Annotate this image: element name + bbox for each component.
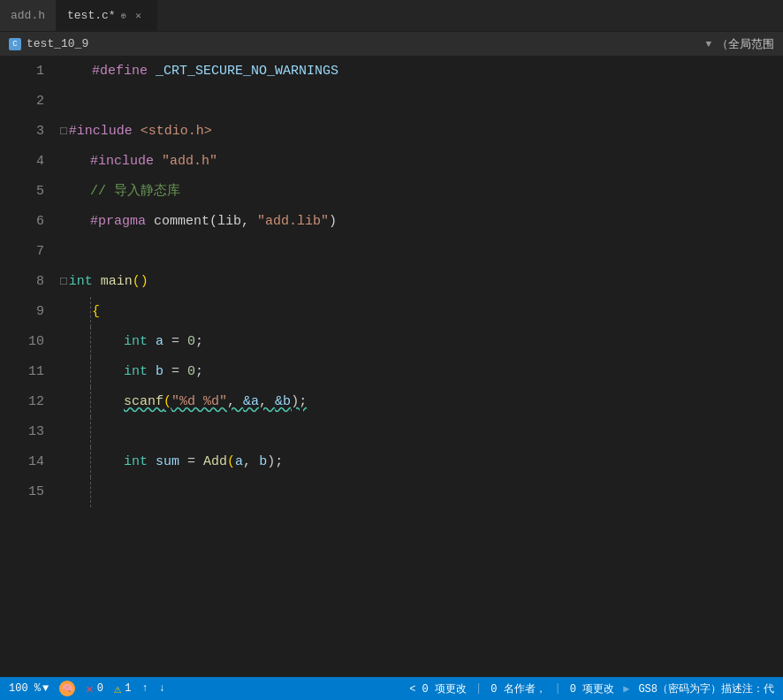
dashed-guide-11 [90,357,91,387]
tab-pin-icon[interactable]: ⊕ [121,11,126,21]
fold-icon-8[interactable]: □ [60,267,67,297]
token-include-kw-4: #include [58,147,162,177]
function-name[interactable]: test_10_9 [27,37,700,50]
line-num-15: 15 [18,477,44,507]
code-line-9: { [53,297,783,327]
dropdown-arrow-icon: ▼ [705,39,711,49]
status-bar: 100 % ▼ 🧠 ✕ 0 ⚠ 1 ↑ ↓ < 0 项更改 | 0 名作者， |… [0,677,783,700]
token-var-sum: sum [156,447,179,477]
line-num-3: 3 [18,117,44,147]
token-var-b: b [156,357,163,387]
token-scanf-paren: ( [163,387,171,417]
token-scanf-close: ); [291,387,307,417]
zoom-level: 100 % [9,682,41,695]
token-comment: // 导入静态库 [58,177,180,207]
line-num-5: 5 [18,177,44,207]
tab-label-testc: test.c* [67,9,116,22]
tab-testc[interactable]: test.c* ⊕ ✕ [57,0,157,31]
error-number: 0 [97,682,103,695]
token-include-kw-3: #include [69,117,141,147]
code-line-8: □int main() [53,267,783,297]
line-num-9: 9 [18,297,44,327]
token-op-b: = [163,357,187,387]
line-num-1: 1 [18,57,44,87]
pending-authors: 0 名作者， [490,681,545,696]
token-main-func: main [101,267,133,297]
arrow-up-btn[interactable]: ↑ [142,682,148,695]
token-scanf-a: &a [243,387,259,417]
token-scanf-fmt: "%d %d" [171,387,227,417]
file-type-icon: C [9,38,21,50]
token-scanf: scanf [124,387,163,417]
token-scanf-comma: , [227,387,243,417]
token-define: #define [60,57,156,87]
code-line-4: #include "add.h" [53,147,783,177]
zoom-control[interactable]: 100 % ▼ [9,682,49,695]
warning-count[interactable]: ⚠ 1 [114,681,132,696]
code-line-15 [53,477,783,507]
error-count[interactable]: ✕ 0 [86,681,103,696]
token-semi-b: ; [195,357,203,387]
divider-1: | [475,682,482,695]
line-numbers: 1 2 3 4 5 6 7 8 9 10 11 12 13 14 15 [0,57,53,677]
item-changes: 0 项更改 [570,681,614,696]
tab-label-addh: add.h [11,9,45,22]
token-parens: () [133,267,148,297]
dashed-guide-10 [90,327,91,357]
editor-area: 1 2 3 4 5 6 7 8 9 10 11 12 13 14 15 #def… [0,57,783,677]
encoding-info: GS8（密码为字）描述注：代 [638,681,774,696]
line-num-10: 10 [18,327,44,357]
token-num-a: 0 [187,327,195,357]
token-int-b: int [124,357,156,387]
line-num-11: 11 [18,357,44,387]
token-scanf-b: &b [275,387,291,417]
token-add-a: a [235,447,243,477]
status-right: < 0 项更改 | 0 名作者， | 0 项更改 ▶ GS8（密码为字）描述注：… [409,681,774,696]
dashed-guide-9 [90,297,91,327]
arrow-down-icon: ↓ [159,682,165,695]
code-content[interactable]: #define _CRT_SECURE_NO_WARNINGS □#includ… [53,57,783,677]
tab-close-icon[interactable]: ✕ [132,9,146,23]
token-add-b: b [259,447,267,477]
divider-3: ▶ [623,682,629,696]
warning-icon: ⚠ [114,681,121,696]
code-line-1: #define _CRT_SECURE_NO_WARNINGS [53,57,783,87]
token-pragma-text: comment(lib, [154,207,257,237]
line-num-7: 7 [18,237,44,267]
token-scanf-comma2: , [259,387,275,417]
token-macro: _CRT_SECURE_NO_WARNINGS [156,57,338,87]
tab-addh[interactable]: add.h [0,0,57,31]
token-var-a: a [156,327,163,357]
dashed-guide-13 [90,417,91,447]
token-semi-a: ; [195,327,203,357]
code-line-10: int a = 0; [53,327,783,357]
token-open-brace: { [60,297,100,327]
token-int-sum: int [124,447,156,477]
code-line-7 [53,237,783,267]
fold-icon-3[interactable]: □ [60,117,67,147]
token-op-a: = [163,327,187,357]
token-op-sum: = [179,447,203,477]
code-line-2 [53,87,783,117]
code-line-13 [53,417,783,447]
token-add-comma: , [243,447,259,477]
line-num-14: 14 [18,447,44,477]
zoom-dropdown-arrow: ▼ [42,682,49,695]
token-num-b: 0 [187,357,195,387]
token-pragma-close: ) [329,207,337,237]
code-line-14: int sum = Add(a, b); [53,447,783,477]
arrow-down-btn[interactable]: ↓ [159,682,165,695]
error-icon: ✕ [86,681,93,696]
line-num-6: 6 [18,207,44,237]
vc-changes: < 0 项更改 [409,681,467,696]
scope-label: （全局范围 [717,36,774,52]
warning-number: 1 [125,682,131,695]
token-indent-11 [60,357,124,387]
code-line-3: □#include <stdio.h> [53,117,783,147]
code-line-5: // 导入静态库 [53,177,783,207]
function-bar: C test_10_9 ▼ （全局范围 [0,32,783,57]
tab-bar: add.h test.c* ⊕ ✕ [0,0,783,32]
token-add-paren-open: ( [227,447,235,477]
ai-icon[interactable]: 🧠 [59,681,75,696]
line-num-13: 13 [18,417,44,447]
